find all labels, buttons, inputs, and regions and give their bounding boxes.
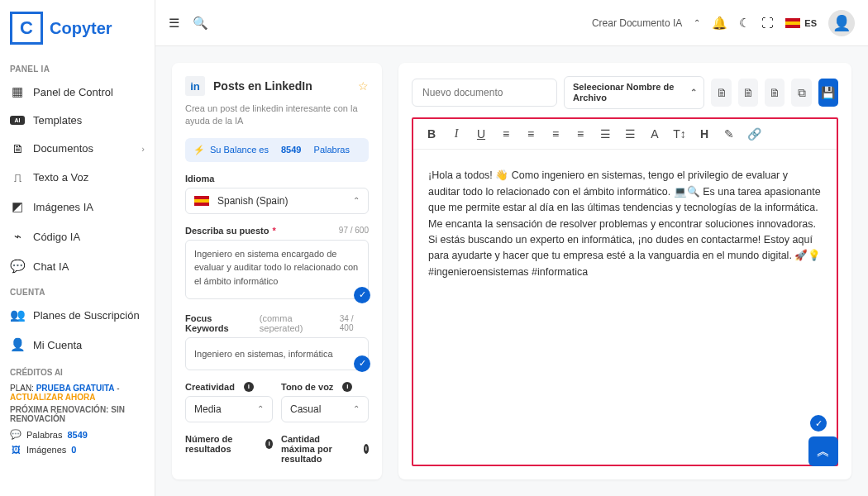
linkedin-icon: in <box>185 76 205 96</box>
images-icon: 🖼 <box>10 445 21 455</box>
balance-box: ⚡ Su Balance es 8549 Palabras <box>185 138 369 162</box>
nav-codigo[interactable]: ⌁ Código IA <box>0 222 155 251</box>
focus-input[interactable] <box>185 337 369 370</box>
credit-palabras: 💬 Palabras 8549 <box>10 427 145 442</box>
focus-label: Focus Keywords (comma seperated) 34 / 40… <box>185 313 369 333</box>
user-icon: 👤 <box>832 14 851 32</box>
chevron-up-icon: ⌃ <box>690 88 697 98</box>
nav-documentos[interactable]: 🗎 Documentos › <box>0 134 155 163</box>
favorite-icon[interactable]: ☆ <box>358 79 369 93</box>
file-name-select[interactable]: Seleecionar Nombre de Archivo ⌃ <box>564 76 704 109</box>
nav-panel-control[interactable]: ▦ Panel de Control <box>0 77 155 107</box>
doc-action-1[interactable]: 🗎 <box>711 79 731 107</box>
bold-icon[interactable]: B <box>425 127 438 141</box>
sidebar: C Copyter PANEL IA ▦ Panel de Control AI… <box>0 0 155 496</box>
upgrade-link[interactable]: ACTUALIZAR AHORA <box>10 393 96 402</box>
section-cuenta: CUENTA <box>0 281 155 300</box>
document-panel: Seleecionar Nombre de Archivo ⌃ 🗎 🗎 🗎 ⧉ … <box>398 63 851 479</box>
align-justify-icon[interactable]: ≡ <box>574 127 587 141</box>
nav-texto-voz[interactable]: ⎍ Texto a Voz <box>0 163 155 192</box>
focus-counter: 34 / 400 <box>340 314 369 332</box>
check-icon: ✓ <box>354 287 370 303</box>
nav-templates[interactable]: AI Templates <box>0 107 155 134</box>
italic-icon[interactable]: I <box>450 127 463 141</box>
chevron-up-icon: ⌃ <box>353 404 360 413</box>
bell-icon[interactable]: 🔔 <box>712 16 727 31</box>
desc-input[interactable] <box>185 240 369 299</box>
tono-select[interactable]: Casual ⌃ <box>281 396 369 422</box>
align-center-icon[interactable]: ≡ <box>524 127 537 141</box>
plan-link[interactable]: PRUEBA GRATUITA <box>36 384 115 393</box>
underline-icon[interactable]: U <box>475 127 488 141</box>
chevron-right-icon: › <box>141 144 145 154</box>
copy-button[interactable]: ⧉ <box>791 79 811 107</box>
info-icon[interactable]: i <box>265 439 273 449</box>
words-icon: 💬 <box>10 429 21 440</box>
creatividad-select[interactable]: Media ⌃ <box>185 396 273 422</box>
align-right-icon[interactable]: ≡ <box>549 127 562 141</box>
chat-icon: 💬 <box>10 259 25 274</box>
nav-imagenes[interactable]: ◩ Imágenes IA <box>0 192 155 222</box>
template-form-panel: in Posts en LinkedIn ☆ Crea un post de l… <box>172 63 382 479</box>
dashboard-icon: ▦ <box>10 84 25 99</box>
logo-text: Copyter <box>50 19 112 38</box>
nav-cuenta[interactable]: 👤 Mi Cuenta <box>0 330 155 360</box>
idioma-select[interactable]: Spanish (Spain) ⌃ <box>185 188 369 214</box>
editor-content[interactable]: ¡Hola a todos! 👋 Como ingeniero en siste… <box>413 150 837 465</box>
templates-icon: AI <box>10 116 25 125</box>
link-icon[interactable]: 🔗 <box>747 127 761 141</box>
chevron-up-icon: ⌃ <box>257 404 264 413</box>
check-icon: ✓ <box>354 355 370 372</box>
section-panel-ia: PANEL IA <box>0 58 155 77</box>
doc-action-2[interactable]: 🗎 <box>738 79 758 107</box>
code-icon: ⌁ <box>10 229 25 244</box>
creat-label: Creatividad i <box>185 382 273 392</box>
avatar[interactable]: 👤 <box>828 10 855 36</box>
audio-icon: ⎍ <box>10 170 25 184</box>
status-check-icon: ✓ <box>810 415 827 432</box>
font-icon[interactable]: A <box>648 127 661 141</box>
account-icon: 👤 <box>10 337 25 352</box>
documents-icon: 🗎 <box>10 141 25 155</box>
chevron-up-icon: ⌃ <box>353 196 360 205</box>
info-icon[interactable]: i <box>364 444 369 454</box>
menu-icon[interactable]: ☰ <box>169 16 179 31</box>
desc-counter: 97 / 600 <box>339 226 369 235</box>
template-subtitle: Crea un post de linkedin interesante con… <box>185 103 369 128</box>
align-left-icon[interactable]: ≡ <box>499 127 513 141</box>
topbar: ☰ 🔍 Crear Documento IA ⌃ 🔔 ☾ ⛶ ES 👤 <box>155 0 868 46</box>
theme-icon[interactable]: ☾ <box>739 16 750 31</box>
info-icon[interactable]: i <box>342 382 352 392</box>
ordered-list-icon[interactable]: ☰ <box>599 127 612 141</box>
flag-es-icon <box>785 18 800 28</box>
scroll-top-button[interactable]: ︽ <box>808 436 838 466</box>
double-chevron-up-icon: ︽ <box>817 443 830 460</box>
flag-es-icon <box>194 196 209 206</box>
doc-action-3[interactable]: 🗎 <box>765 79 785 107</box>
maxres-label: Cantidad máxima por resultado i <box>281 434 369 464</box>
numres-label: Número de resultados i <box>185 434 273 454</box>
template-title: Posts en LinkedIn <box>213 79 350 93</box>
tono-label: Tono de voz i <box>281 382 369 392</box>
fullscreen-icon[interactable]: ⛶ <box>761 16 774 30</box>
credits-block: CRÉDITOS AI PLAN: PRUEBA GRATUITA - ACTU… <box>0 360 155 465</box>
nav-chat[interactable]: 💬 Chat IA <box>0 251 155 281</box>
chevron-up-icon[interactable]: ⌃ <box>694 18 700 27</box>
doc-name-input[interactable] <box>412 79 557 107</box>
nav-planes[interactable]: 👥 Planes de Suscripción <box>0 300 155 330</box>
logo-letter: C <box>20 17 33 39</box>
save-button[interactable]: 💾 <box>818 79 838 107</box>
image-icon: ◩ <box>10 199 25 214</box>
heading-icon[interactable]: H <box>698 127 711 141</box>
info-icon[interactable]: i <box>244 382 254 392</box>
language-switcher[interactable]: ES <box>785 18 817 28</box>
text-height-icon[interactable]: T↕ <box>673 127 686 141</box>
highlight-icon[interactable]: ✎ <box>723 127 736 141</box>
logo[interactable]: C Copyter <box>0 8 155 58</box>
plans-icon: 👥 <box>10 308 25 322</box>
unordered-list-icon[interactable]: ☰ <box>623 127 637 141</box>
desc-label: Describa su puesto* 97 / 600 <box>185 226 369 236</box>
crear-doc-label[interactable]: Crear Documento IA <box>592 17 682 29</box>
editor-box: B I U ≡ ≡ ≡ ≡ ☰ ☰ A T↕ H ✎ 🔗 <box>412 117 838 466</box>
search-icon[interactable]: 🔍 <box>193 16 208 31</box>
